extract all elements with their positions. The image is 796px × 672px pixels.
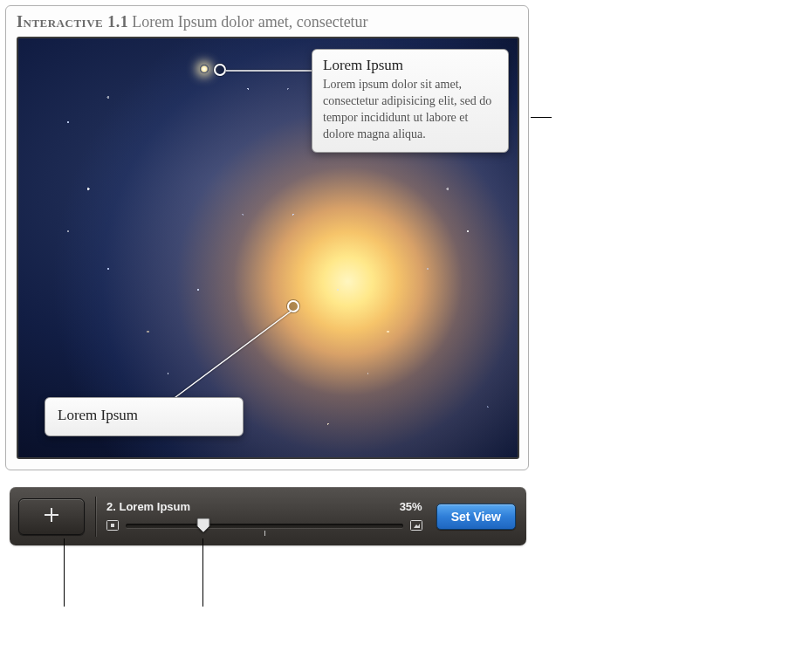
callout-marker-2[interactable] — [287, 300, 299, 312]
zoom-min-icon — [106, 520, 119, 531]
slider-track — [126, 524, 403, 528]
callout-popover-1[interactable]: Lorem Ipsum Lorem ipsum dolor sit amet, … — [312, 49, 509, 153]
interactive-toolbar: 2. Lorem Ipsum 35% Set View — [10, 487, 526, 545]
zoom-percent: 35% — [400, 500, 422, 513]
widget-caption: Lorem Ipsum dolor amet, consectetur — [132, 13, 367, 31]
toolbar-divider — [95, 497, 96, 537]
callout-marker-1[interactable] — [214, 64, 226, 76]
set-view-button[interactable]: Set View — [436, 504, 516, 530]
star-glow — [200, 65, 209, 73]
widget-label: Interactive 1.1 — [17, 13, 128, 31]
callout-popover-2[interactable]: Lorem Ipsum — [45, 397, 244, 436]
interactive-image-canvas[interactable]: Lorem Ipsum Lorem ipsum dolor sit amet, … — [17, 37, 519, 459]
svg-rect-3 — [111, 524, 114, 527]
current-item-label: 2. Lorem Ipsum — [106, 500, 190, 513]
widget-header: Interactive 1.1 Lorem Ipsum dolor amet, … — [6, 6, 528, 37]
zoom-slider-block: 2. Lorem Ipsum 35% — [106, 500, 431, 532]
plus-icon — [43, 506, 60, 526]
callout-1-body: Lorem ipsum dolor sit amet, consectetur … — [323, 77, 498, 143]
doc-leader-slider — [202, 538, 203, 607]
doc-leader-add-button — [64, 538, 65, 607]
callout-2-title: Lorem Ipsum — [58, 407, 230, 424]
zoom-max-icon — [410, 520, 422, 531]
slider-thumb[interactable] — [196, 518, 210, 533]
callout-1-title: Lorem Ipsum — [323, 57, 498, 74]
add-callout-button[interactable] — [18, 498, 85, 535]
slider-midpoint-tick — [264, 531, 265, 536]
zoom-slider[interactable] — [126, 518, 403, 532]
doc-leader-right — [531, 117, 552, 118]
interactive-widget-panel: Interactive 1.1 Lorem Ipsum dolor amet, … — [5, 5, 529, 470]
